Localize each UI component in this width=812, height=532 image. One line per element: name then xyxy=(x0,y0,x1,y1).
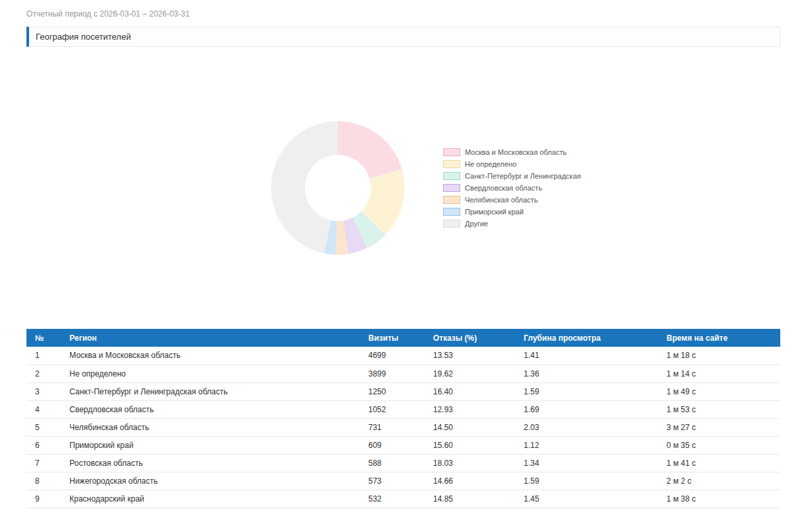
column-header: Визиты xyxy=(360,329,425,347)
geography-table: №РегионВизитыОтказы (%)Глубина просмотра… xyxy=(26,329,780,508)
legend-swatch xyxy=(443,172,460,180)
legend-label: Свердловская область xyxy=(465,184,542,192)
table-cell: 588 xyxy=(360,454,425,472)
table-cell: 532 xyxy=(360,490,425,508)
legend-item: Челябинская область xyxy=(443,196,581,204)
table-cell: 1.36 xyxy=(515,365,658,382)
column-header: Отказы (%) xyxy=(425,329,515,347)
table-row: 2Не определено389919.621.361 м 14 с xyxy=(26,365,780,382)
column-header: № xyxy=(26,329,61,347)
legend-label: Другие xyxy=(465,220,488,228)
donut-hole xyxy=(305,155,371,221)
table-cell: 12.93 xyxy=(425,400,515,418)
table-cell: Москва и Московская область xyxy=(61,347,360,365)
report-page: Отчетный период с 2026-03-01 – 2026-03-3… xyxy=(0,0,812,508)
table-cell: 5 xyxy=(26,418,61,436)
legend-label: Приморский край xyxy=(465,208,524,216)
legend-swatch xyxy=(443,148,460,156)
table-row: 6Приморский край60915.601.120 м 35 с xyxy=(26,436,780,454)
table-cell: 1 м 41 с xyxy=(658,454,780,472)
table-cell: 609 xyxy=(360,436,425,454)
table-cell: 13.53 xyxy=(425,347,515,365)
table-cell: 6 xyxy=(26,436,61,454)
table-cell: 1.45 xyxy=(515,490,658,508)
section-header: География посетителей xyxy=(26,26,780,47)
legend-swatch xyxy=(443,160,460,168)
table-cell: Свердловская область xyxy=(61,400,360,418)
table-cell: Ростовская область xyxy=(61,454,360,472)
table-cell: 1.41 xyxy=(515,347,658,365)
table-cell: 1 м 14 с xyxy=(658,365,780,382)
legend-item: Санкт-Петербург и Ленинградская xyxy=(443,172,581,180)
table-cell: 8 xyxy=(26,472,61,490)
legend-item: Приморский край xyxy=(443,208,581,216)
table-cell: 731 xyxy=(360,418,425,436)
table-cell: Челябинская область xyxy=(61,418,360,436)
legend-item: Свердловская область xyxy=(443,184,581,192)
table-cell: 15.60 xyxy=(425,436,515,454)
table-cell: 2 м 2 с xyxy=(658,472,780,490)
table-cell: Санкт-Петербург и Ленинградская область xyxy=(61,382,360,400)
table-row: 1Москва и Московская область469913.531.4… xyxy=(26,347,780,365)
table-row: 8Нижегородская область57314.661.592 м 2 … xyxy=(26,472,780,490)
table-cell: 2.03 xyxy=(515,418,658,436)
donut-chart xyxy=(271,121,405,255)
chart-legend: Москва и Московская областьНе определено… xyxy=(443,148,581,228)
column-header: Регион xyxy=(61,329,360,347)
table-row: 4Свердловская область105212.931.691 м 53… xyxy=(26,400,780,418)
table-cell: 0 м 35 с xyxy=(658,436,780,454)
table-cell: 14.66 xyxy=(425,472,515,490)
table-cell: 1.12 xyxy=(515,436,658,454)
table-cell: 14.50 xyxy=(425,418,515,436)
table-row: 9Краснодарский край53214.851.451 м 38 с xyxy=(26,490,780,508)
table-cell: 3 xyxy=(26,382,61,400)
donut-chart-wrap xyxy=(271,121,405,255)
table-cell: 7 xyxy=(26,454,61,472)
legend-swatch xyxy=(443,208,460,216)
legend-item: Москва и Московская область xyxy=(443,148,581,156)
table-cell: 3 м 27 с xyxy=(658,418,780,436)
table-cell: 1.34 xyxy=(515,454,658,472)
legend-item: Не определено xyxy=(443,160,581,168)
legend-label: Санкт-Петербург и Ленинградская xyxy=(465,172,581,180)
table-cell: 14.85 xyxy=(425,490,515,508)
legend-label: Москва и Московская область xyxy=(465,148,567,156)
column-header: Время на сайте xyxy=(658,329,780,347)
legend-swatch xyxy=(443,184,460,192)
table-cell: 1.69 xyxy=(515,400,658,418)
table-cell: 573 xyxy=(360,472,425,490)
table-cell: 4699 xyxy=(360,347,425,365)
table-cell: 1 xyxy=(26,347,61,365)
legend-label: Челябинская область xyxy=(465,196,538,204)
column-header: Глубина просмотра xyxy=(515,329,658,347)
legend-label: Не определено xyxy=(465,160,516,168)
legend-item: Другие xyxy=(443,220,581,228)
table-row: 3Санкт-Петербург и Ленинградская область… xyxy=(26,382,780,400)
section-title: География посетителей xyxy=(36,32,131,42)
table-cell: 1 м 18 с xyxy=(658,347,780,365)
table-cell: 1 м 49 с xyxy=(658,382,780,400)
table-cell: 1052 xyxy=(360,400,425,418)
table-cell: Краснодарский край xyxy=(61,490,360,508)
table-cell: 3899 xyxy=(360,365,425,382)
table-cell: 1 м 38 с xyxy=(658,490,780,508)
table-cell: Приморский край xyxy=(61,436,360,454)
table-cell: Не определено xyxy=(61,365,360,382)
table-row: 5Челябинская область73114.502.033 м 27 с xyxy=(26,418,780,436)
table-row: 7Ростовская область58818.031.341 м 41 с xyxy=(26,454,780,472)
table-header-row: №РегионВизитыОтказы (%)Глубина просмотра… xyxy=(26,329,780,347)
table-cell: 2 xyxy=(26,365,61,382)
table-cell: 4 xyxy=(26,400,61,418)
legend-swatch xyxy=(443,196,460,204)
table-cell: 18.03 xyxy=(425,454,515,472)
table-cell: 19.62 xyxy=(425,365,515,382)
table-cell: 1.59 xyxy=(515,382,658,400)
table-cell: 1 м 53 с xyxy=(658,400,780,418)
report-period-label: Отчетный период с 2026-03-01 – 2026-03-3… xyxy=(26,9,780,19)
legend-swatch xyxy=(443,220,460,228)
table-cell: 1250 xyxy=(360,382,425,400)
table-body: 1Москва и Московская область469913.531.4… xyxy=(26,347,780,508)
table-cell: 9 xyxy=(26,490,61,508)
table-cell: 16.40 xyxy=(425,382,515,400)
geo-chart-area: Москва и Московская областьНе определено… xyxy=(26,121,780,255)
